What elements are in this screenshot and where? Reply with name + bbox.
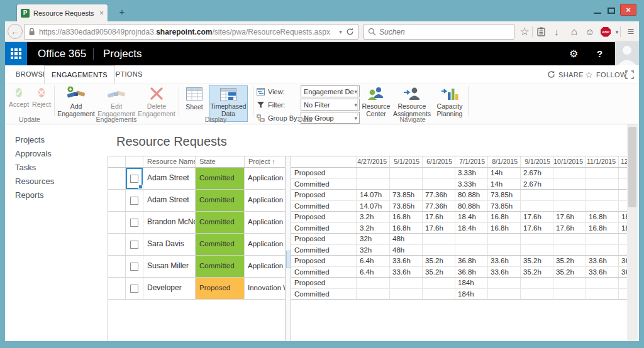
project-cell[interactable]: Application Infi [245, 256, 285, 277]
date-column-header[interactable]: 5/1/2015 [390, 156, 423, 167]
chat-icon[interactable]: ☺ [583, 21, 597, 42]
app-launcher-button[interactable] [5, 42, 27, 65]
timephased-value-cell[interactable]: 48h [390, 245, 423, 256]
timephased-value-cell[interactable] [553, 245, 586, 256]
timephased-value-cell[interactable]: 17.6h [521, 223, 553, 234]
resource-center-button[interactable]: Resource Center [361, 85, 391, 117]
resource-row[interactable]: Adam StreetCommittedApplication Infi [108, 190, 285, 212]
timephased-value-cell[interactable]: 6.4h [357, 256, 390, 266]
timephased-value-cell[interactable] [423, 289, 455, 300]
resource-row[interactable]: Brandon McNeeCommittedApplication Infi [108, 212, 285, 234]
home-icon[interactable]: ⌂ [567, 21, 581, 42]
row-checkbox[interactable] [130, 219, 138, 227]
timephased-value-cell[interactable]: 36 [619, 267, 627, 278]
date-column-header[interactable]: 4/27/2015 [357, 156, 390, 167]
resource-row[interactable]: Adam StreetCommittedApplication Infi [108, 168, 285, 190]
timephased-value-cell[interactable]: 16.8h [488, 212, 521, 222]
timephased-value-cell[interactable]: 32h [357, 245, 390, 256]
window-close-button[interactable]: × [620, 4, 636, 16]
vertical-scrollbar[interactable] [627, 124, 638, 341]
row-checkbox[interactable] [130, 241, 138, 249]
timephased-value-cell[interactable] [619, 289, 627, 300]
timephased-value-cell[interactable] [619, 245, 627, 256]
search-input[interactable] [379, 28, 492, 36]
timephased-value-cell[interactable] [521, 190, 553, 200]
url-dropdown-icon[interactable]: ▾ [339, 28, 342, 35]
project-cell[interactable]: Application Infi [245, 212, 285, 233]
timephased-value-cell[interactable] [586, 289, 619, 300]
row-checkbox[interactable] [130, 263, 138, 271]
timephased-value-cell[interactable]: 17.6h [423, 212, 455, 222]
date-column-header[interactable]: 9/1/2015 [521, 156, 553, 167]
timephased-value-cell[interactable]: 3.33h [455, 179, 488, 190]
timephased-value-cell[interactable] [390, 168, 423, 178]
timephased-value-cell[interactable]: 18 [619, 223, 627, 234]
timephased-value-cell[interactable] [488, 234, 521, 244]
timephased-value-cell[interactable]: 14.07h [357, 190, 390, 200]
timephased-value-cell[interactable]: 14h [488, 168, 521, 178]
date-column-header[interactable]: 7/1/2015 [455, 156, 488, 167]
capacity-planning-button[interactable]: Capacity Planning [434, 85, 465, 117]
tab-close-icon[interactable]: × [99, 9, 104, 18]
timephased-value-cell[interactable]: 35.2h [423, 256, 455, 266]
timephased-value-cell[interactable]: 36.8h [455, 256, 488, 266]
timephased-value-cell[interactable] [390, 278, 423, 288]
timephased-value-cell[interactable]: 3.2h [357, 223, 390, 234]
timephased-value-cell[interactable]: 48h [390, 234, 423, 244]
row-checkbox[interactable] [130, 175, 138, 183]
state-cell[interactable]: Committed [196, 256, 245, 277]
date-column-header[interactable]: 6/1/2015 [423, 156, 455, 167]
timephased-value-cell[interactable] [423, 179, 455, 190]
timephased-value-cell[interactable]: 33.6h [390, 267, 423, 278]
timephased-value-cell[interactable] [390, 179, 423, 190]
timephased-value-cell[interactable] [455, 234, 488, 244]
checkbox-cell[interactable] [126, 212, 143, 233]
timephased-value-cell[interactable]: 80.88h [455, 201, 488, 212]
state-cell[interactable]: Committed [196, 168, 245, 189]
timephased-value-cell[interactable] [521, 234, 553, 244]
sheet-button[interactable]: Sheet [182, 85, 206, 111]
timephased-value-cell[interactable]: 16.8h [488, 223, 521, 234]
resource-name-cell[interactable]: Sara Davis [143, 234, 196, 255]
column-header-project[interactable]: Project ↑ [245, 156, 285, 167]
focus-mode-button[interactable] [625, 65, 634, 84]
sidebar-item-approvals[interactable]: Approvals [15, 150, 103, 158]
timephased-value-cell[interactable]: 16.8h [586, 223, 619, 234]
sidebar-item-tasks[interactable]: Tasks [15, 163, 103, 171]
timephased-value-cell[interactable]: 36.8h [455, 267, 488, 278]
timephased-value-cell[interactable]: 184h [455, 289, 488, 300]
menu-icon[interactable]: ≡ [624, 21, 638, 42]
new-tab-button[interactable]: + [114, 6, 130, 18]
timephased-value-cell[interactable]: 73.85h [390, 201, 423, 212]
timephased-value-cell[interactable] [423, 168, 455, 178]
timephased-value-cell[interactable] [521, 245, 553, 256]
timephased-value-cell[interactable] [619, 179, 627, 190]
date-column-header[interactable]: 10/1/2015 [553, 156, 586, 167]
grid-splitter[interactable] [285, 156, 291, 342]
timephased-value-cell[interactable] [423, 245, 455, 256]
reject-button[interactable]: ✕ Reject [31, 85, 52, 108]
project-cell[interactable]: Application Infi [245, 234, 285, 255]
edit-engagement-button[interactable]: Edit Engagement [97, 85, 136, 117]
timephased-value-cell[interactable]: 77.36h [423, 190, 455, 200]
timephased-value-cell[interactable] [357, 168, 390, 178]
timephased-value-cell[interactable]: 73.85h [488, 190, 521, 200]
timephased-value-cell[interactable] [488, 289, 521, 300]
help-icon[interactable]: ? [597, 42, 602, 65]
timephased-value-cell[interactable]: 18 [619, 212, 627, 222]
timephased-value-cell[interactable] [586, 168, 619, 178]
resource-name-cell[interactable]: Adam Street [143, 190, 196, 211]
timephased-value-cell[interactable] [553, 201, 586, 212]
timephased-value-cell[interactable] [586, 190, 619, 200]
timephased-value-cell[interactable]: 18.4h [455, 223, 488, 234]
timephased-value-cell[interactable]: 35.2h [553, 256, 586, 266]
resource-row[interactable]: Sara DavisCommittedApplication Infi [108, 234, 285, 256]
window-maximize-button[interactable] [608, 8, 615, 14]
timephased-value-cell[interactable] [553, 289, 586, 300]
checkbox-cell[interactable] [126, 234, 143, 255]
timephased-value-cell[interactable] [357, 179, 390, 190]
timephased-value-cell[interactable] [423, 278, 455, 288]
timephased-value-cell[interactable]: 16.8h [586, 212, 619, 222]
timephased-value-cell[interactable] [553, 168, 586, 178]
state-cell[interactable]: Committed [196, 234, 245, 255]
